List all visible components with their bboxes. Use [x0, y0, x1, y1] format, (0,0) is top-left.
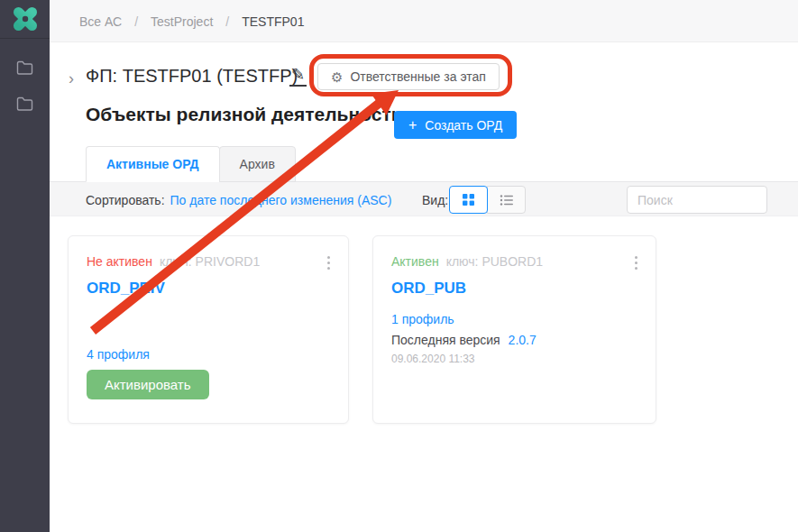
responsible-for-stage-button[interactable]: ⚙ Ответственные за этап: [317, 63, 500, 90]
x-clover-logo-icon: [12, 5, 39, 32]
create-ord-label: Создать ОРД: [425, 118, 502, 133]
activate-button[interactable]: Активировать: [87, 370, 209, 399]
folder-icon: [16, 60, 33, 75]
key-label: ключ:: [446, 254, 479, 269]
updated-timestamp: 09.06.2020 11:33: [391, 353, 475, 365]
folder-icon: [16, 96, 33, 111]
sort-label: Сортировать:: [86, 193, 165, 207]
edit-pencil-icon[interactable]: ✎: [289, 65, 307, 87]
status-badge: Не активен: [87, 254, 152, 269]
list-view-icon: [500, 194, 514, 206]
tab-archive[interactable]: Архив: [219, 146, 296, 182]
kebab-menu-icon[interactable]: [631, 252, 641, 273]
app-logo[interactable]: [0, 0, 50, 39]
sidebar-item-projects[interactable]: [0, 50, 50, 86]
kebab-menu-icon[interactable]: [324, 252, 334, 273]
ord-name-link[interactable]: ORD_PUB: [391, 280, 466, 298]
card-status-row: Не активен ключ: PRIVORD1: [87, 254, 312, 269]
key-value: PRIVORD1: [196, 254, 261, 269]
last-version-line: Последняя версия 2.0.7: [391, 333, 537, 347]
grid-view-button[interactable]: [449, 186, 488, 214]
breadcrumb-item-current: TESTFP01: [242, 14, 304, 29]
breadcrumb-item-project[interactable]: TestProject: [151, 14, 213, 29]
app-window: Все АС / TestProject / TESTFP01 › ФП: TE…: [0, 0, 798, 532]
ord-name-link[interactable]: ORD_PRIV: [87, 280, 165, 298]
fp-title: ФП: TESTFP01 (TESTFP): [86, 66, 298, 87]
sort-control: Сортировать: По дате последнего изменени…: [86, 182, 391, 217]
sidebar-item-archive-folders[interactable]: [0, 86, 50, 122]
tab-active-ord[interactable]: Активные ОРД: [86, 146, 220, 182]
search-input[interactable]: [628, 193, 798, 207]
ord-card-priv: Не активен ключ: PRIVORD1 ORD_PRIV 4 про…: [68, 235, 349, 424]
card-status-row: Активен ключ: PUBORD1: [391, 254, 619, 269]
status-badge: Активен: [391, 254, 439, 269]
sidebar: [0, 0, 50, 532]
search-box: [627, 186, 767, 214]
breadcrumb-separator: /: [134, 14, 138, 29]
sort-value-link[interactable]: По дате последнего изменения (ASC): [170, 193, 392, 207]
breadcrumb-bar: Все АС / TestProject / TESTFP01: [50, 0, 798, 42]
ord-card-pub: Активен ключ: PUBORD1 ORD_PUB 1 профиль …: [372, 235, 656, 424]
responsible-button-label: Ответственные за этап: [350, 69, 485, 84]
profiles-link[interactable]: 1 профиль: [391, 312, 454, 326]
plus-icon: +: [408, 118, 417, 133]
page-title: Объекты релизной деятельности: [86, 104, 403, 125]
profiles-link[interactable]: 4 профиля: [87, 347, 150, 362]
list-view-button[interactable]: [487, 186, 526, 214]
breadcrumb-item-all-as[interactable]: Все АС: [79, 14, 122, 29]
tab-bar: Активные ОРД Архив: [86, 146, 296, 182]
breadcrumb-separator: /: [225, 14, 229, 29]
gear-icon: ⚙: [331, 70, 343, 84]
card-key: ключ: PUBORD1: [446, 254, 543, 269]
expand-chevron-icon[interactable]: ›: [69, 70, 74, 87]
breadcrumb: Все АС / TestProject / TESTFP01: [79, 0, 304, 42]
version-value-link[interactable]: 2.0.7: [509, 333, 537, 347]
card-key: ключ: PRIVORD1: [160, 254, 260, 269]
key-value: PUBORD1: [482, 254, 543, 269]
view-label: Вид:: [422, 182, 448, 217]
view-toggle-group: [449, 186, 526, 214]
key-label: ключ:: [160, 254, 192, 269]
toolbar: Сортировать: По дате последнего изменени…: [50, 181, 798, 216]
create-ord-button[interactable]: + Создать ОРД: [394, 111, 517, 139]
version-label: Последняя версия: [391, 333, 500, 347]
grid-view-icon: [462, 193, 475, 206]
